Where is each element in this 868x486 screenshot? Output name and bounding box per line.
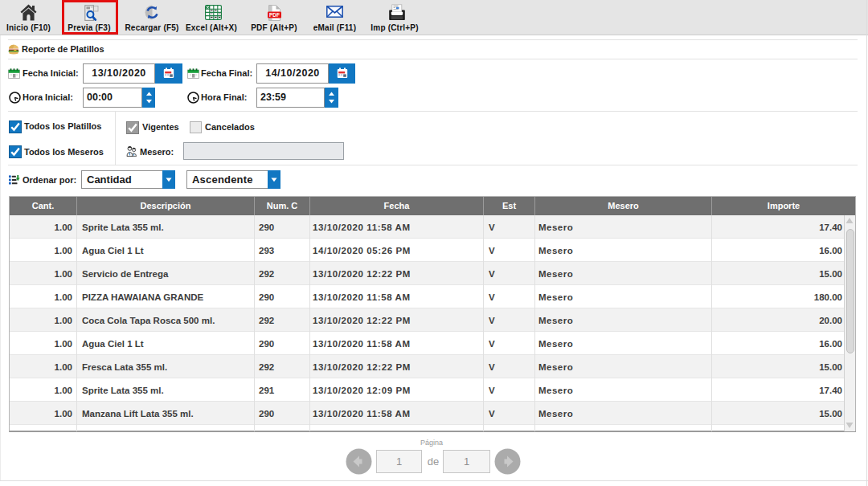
- svg-text:PDF: PDF: [269, 12, 280, 18]
